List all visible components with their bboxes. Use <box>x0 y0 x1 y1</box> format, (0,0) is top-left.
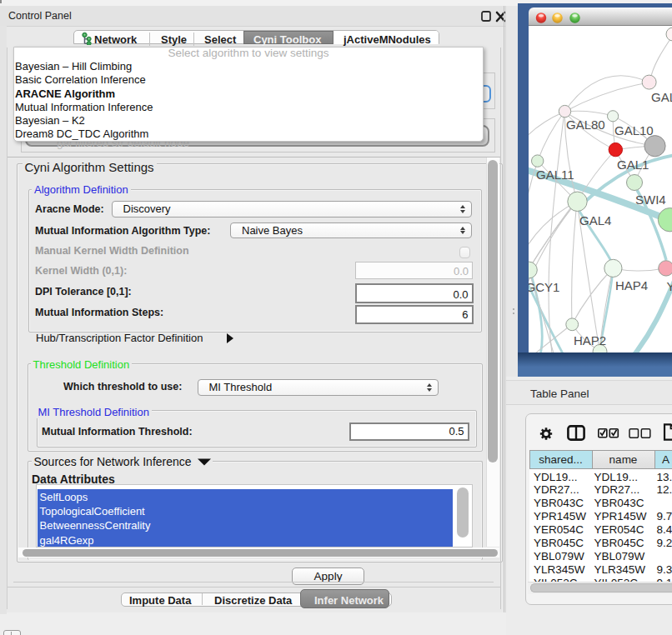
svg-text:YJ: YJ <box>667 279 672 293</box>
svg-text:GAL80: GAL80 <box>566 118 605 132</box>
svg-text:HAP2: HAP2 <box>574 333 606 348</box>
svg-text:GAL11: GAL11 <box>536 168 574 182</box>
svg-text:HAP4: HAP4 <box>615 278 648 292</box>
svg-text:GAL10: GAL10 <box>614 123 654 138</box>
svg-text:GAL4: GAL4 <box>579 213 611 228</box>
svg-text:SWI4: SWI4 <box>635 192 666 207</box>
svg-text:GAL1: GAL1 <box>617 158 649 172</box>
svg-text:GAL7: GAL7 <box>651 90 672 104</box>
svg-text:GCY1: GCY1 <box>529 280 559 294</box>
